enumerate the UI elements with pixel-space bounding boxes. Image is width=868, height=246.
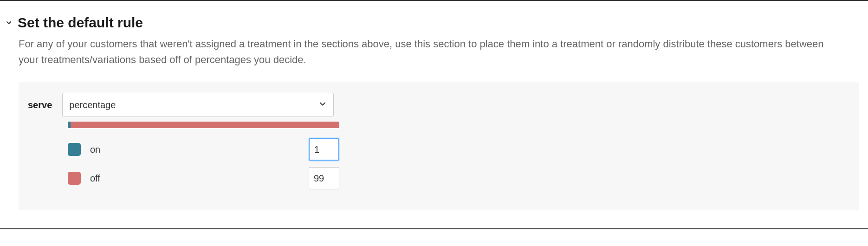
default-rule-section: Set the default rule For any of your cus…	[0, 1, 868, 210]
variation-label: on	[90, 144, 100, 155]
percentage-bar-off	[71, 122, 339, 128]
serve-select[interactable]: percentage	[62, 93, 334, 117]
bottom-divider	[0, 228, 868, 229]
serve-label: serve	[28, 100, 52, 110]
percentage-input-on[interactable]	[309, 138, 339, 161]
serve-select-wrapper: percentage	[62, 93, 334, 117]
variation-left: off	[68, 172, 100, 185]
serve-select-value: percentage	[69, 100, 116, 110]
swatch-off	[68, 172, 81, 185]
chevron-down-icon[interactable]	[5, 19, 13, 27]
percentage-input-off[interactable]	[309, 167, 339, 189]
variation-left: on	[68, 143, 100, 156]
variation-row-on: on	[68, 138, 339, 161]
variation-label: off	[90, 173, 100, 184]
default-rule-panel: serve percentage on	[19, 82, 859, 210]
section-header: Set the default rule	[5, 15, 863, 31]
swatch-on	[68, 143, 81, 156]
percentage-bar[interactable]	[68, 122, 339, 128]
variation-row-off: off	[68, 167, 339, 189]
section-description: For any of your customers that weren't a…	[19, 36, 845, 68]
section-title: Set the default rule	[18, 15, 143, 31]
serve-row: serve percentage	[28, 93, 849, 117]
